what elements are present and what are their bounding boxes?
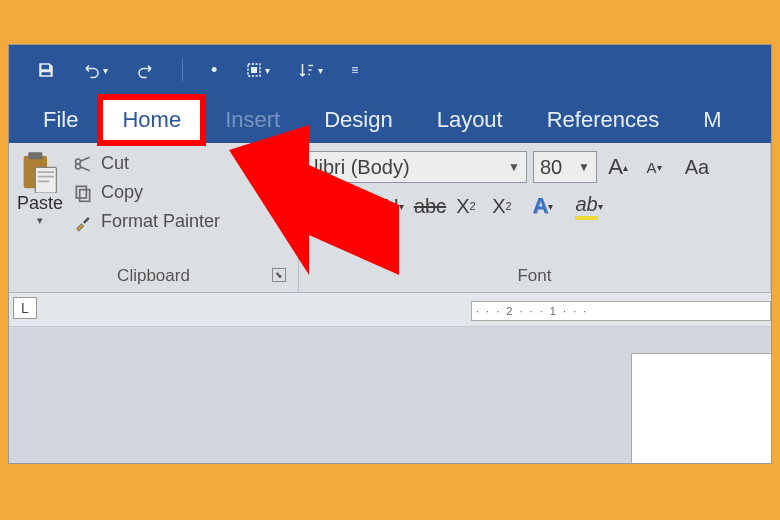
quick-access-toolbar: ▾ • ▾ ▾ ≡ [9,45,771,95]
word-window: ▾ • ▾ ▾ ≡ File Home Insert Design Layout… [8,44,772,464]
ruler-area: L · · · 2 · · · 1 · · · [9,293,771,327]
tab-insert[interactable]: Insert [203,97,302,143]
svg-rect-6 [80,189,90,201]
clipboard-dialog-launcher[interactable]: ⬊ [272,268,286,282]
chevron-down-icon: ▾ [265,65,270,76]
chevron-down-icon: ▼ [578,160,590,174]
horizontal-ruler[interactable]: · · · 2 · · · 1 · · · [471,301,771,321]
scissors-icon [73,154,93,174]
superscript-button[interactable]: X2 [487,191,517,221]
svg-rect-3 [28,152,42,159]
selection-button[interactable]: ▾ [245,61,270,79]
clipboard-paste-icon [21,151,59,193]
chevron-down-icon: ▼ [508,160,520,174]
font-size-combo[interactable]: 80 ▼ [533,151,597,183]
svg-rect-5 [76,186,86,198]
ribbon: Paste ▾ Cut Copy Format Paint [9,143,771,293]
underline-button[interactable]: U▾ [379,191,409,221]
cut-label: Cut [101,153,129,174]
tab-mailings[interactable]: M [681,97,743,143]
tab-design[interactable]: Design [302,97,414,143]
group-label-font: Font [307,264,762,290]
chevron-down-icon: ▾ [103,65,108,76]
customize-qat-button[interactable]: ≡ [351,63,358,77]
save-button[interactable] [37,61,55,79]
document-page[interactable] [631,353,771,463]
paste-label: Paste [17,193,63,214]
bullet-button[interactable]: • [211,60,217,81]
font-size-value: 80 [540,156,562,179]
group-font: libri (Body) ▼ 80 ▼ A▴ A▾ [299,143,771,292]
paste-button[interactable]: Paste ▾ [17,151,63,227]
paintbrush-icon [73,212,93,232]
redo-button[interactable] [136,61,154,79]
tab-file[interactable]: File [21,97,100,143]
format-painter-label: Format Painter [101,211,220,232]
sort-button[interactable]: ▾ [298,61,323,79]
shrink-font-button[interactable]: A▾ [639,152,669,182]
change-case-label: Aa [685,156,709,179]
svg-rect-1 [251,67,257,73]
copy-icon [73,183,93,203]
italic-button[interactable]: I [343,191,373,221]
copy-label: Copy [101,182,143,203]
ribbon-tabs: File Home Insert Design Layout Reference… [9,95,771,143]
subscript-button[interactable]: X2 [451,191,481,221]
text-effects-button[interactable]: A▾ [523,191,563,221]
chevron-down-icon: ▾ [37,214,43,227]
tab-home[interactable]: Home [100,97,203,143]
group-clipboard: Paste ▾ Cut Copy Format Paint [9,143,299,292]
chevron-down-icon: ▾ [318,65,323,76]
cut-button[interactable]: Cut [69,151,224,176]
font-name-value: libri (Body) [314,156,410,179]
separator [182,59,183,81]
group-label-clipboard: Clipboard ⬊ [17,264,290,290]
tab-layout[interactable]: Layout [415,97,525,143]
font-name-combo[interactable]: libri (Body) ▼ [307,151,527,183]
tab-stop-selector[interactable]: L [13,297,37,319]
highlight-button[interactable]: ab▾ [569,191,609,221]
change-case-button[interactable]: Aa [675,152,719,182]
strikethrough-button[interactable]: abc [415,191,445,221]
bold-button[interactable]: B [307,191,337,221]
undo-button[interactable]: ▾ [83,61,108,79]
copy-button[interactable]: Copy [69,180,224,205]
format-painter-button[interactable]: Format Painter [69,209,224,234]
tab-references[interactable]: References [525,97,682,143]
grow-font-button[interactable]: A▴ [603,152,633,182]
